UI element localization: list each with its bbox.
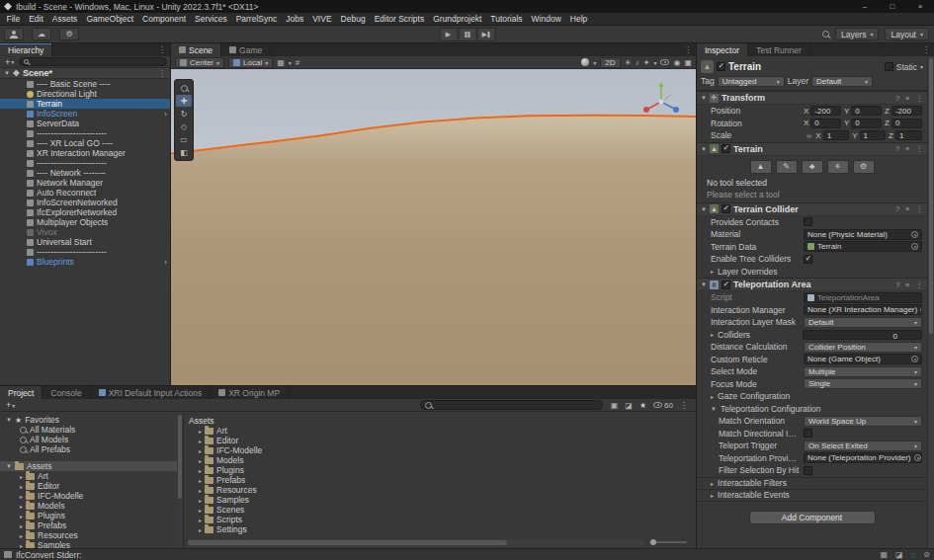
hierarchy-item[interactable]: ------------------------- ›	[0, 128, 170, 138]
transform-tool-button[interactable]: ◧	[176, 146, 192, 158]
presets-icon[interactable]: ≡	[905, 94, 909, 103]
hierarchy-item[interactable]: Universal Start ›	[0, 237, 170, 247]
teleportation-area-header[interactable]: ▼ # Teleportation Area ? ≡ ⋮	[697, 278, 927, 291]
menu-item[interactable]: Services	[191, 14, 232, 24]
services-button[interactable]: ⚙	[59, 28, 79, 40]
audio-toggle-button[interactable]: ♪	[636, 58, 639, 67]
scale-x-field[interactable]: 1	[823, 130, 850, 140]
menu-item[interactable]: Editor Scripts	[370, 14, 429, 24]
help-icon[interactable]: ?	[895, 94, 899, 103]
foldout-open-icon[interactable]: ▼	[4, 70, 10, 76]
tab-game[interactable]: Game	[221, 43, 271, 56]
rotation-z-field[interactable]: 0	[892, 119, 922, 128]
activity-indicator-icon[interactable]: ◌	[911, 550, 916, 559]
kebab-menu-icon[interactable]: ⋮	[916, 94, 924, 103]
rect-tool-button[interactable]: ▭	[176, 133, 192, 145]
object-picker-icon[interactable]	[911, 231, 918, 238]
axis-gizmo[interactable]	[638, 77, 684, 122]
favorites-item[interactable]: All Models	[0, 435, 183, 444]
foldout-open-icon[interactable]: ▼	[701, 281, 707, 287]
grid-visibility-button[interactable]: ▦	[277, 58, 285, 67]
notifications-icon[interactable]: ⊘	[923, 550, 930, 559]
prefab-open-icon[interactable]: ›	[164, 258, 167, 267]
active-checkbox[interactable]	[717, 62, 725, 71]
kebab-menu-icon[interactable]: ⋮	[916, 280, 924, 289]
object-picker-icon[interactable]	[911, 356, 918, 362]
transform-component-header[interactable]: ▼ ✛ Transform ? ≡ ⋮	[697, 91, 927, 105]
icon-size-slider[interactable]	[649, 541, 687, 543]
kebab-menu-icon[interactable]: ⋮	[916, 144, 924, 153]
terrain-surface[interactable]	[171, 69, 696, 385]
shading-mode-button[interactable]	[581, 58, 589, 66]
hierarchy-search-input[interactable]	[19, 57, 167, 66]
tree-folder-item[interactable]: ▸ Prefabs	[0, 520, 183, 530]
foldout-open-icon[interactable]: ▼	[701, 206, 707, 212]
rotation-x-field[interactable]: 0	[810, 119, 841, 128]
tab-console[interactable]: Console	[42, 386, 90, 399]
menu-item[interactable]: Component	[138, 14, 191, 24]
hierarchy-item[interactable]: InfoScreenNetworked ›	[0, 198, 170, 207]
scale-tool-button[interactable]: ◇	[176, 120, 192, 132]
hierarchy-item[interactable]: ---- Network -------- ›	[0, 168, 170, 178]
presets-icon[interactable]: ≡	[905, 280, 909, 289]
scene-viewport[interactable]: ✛ ↻ ◇ ▭ ◧	[171, 69, 696, 385]
link-scale-icon[interactable]: ∞	[807, 131, 811, 140]
create-neighbor-terrain-button[interactable]: ▲	[750, 160, 772, 174]
component-enabled-checkbox[interactable]	[722, 280, 730, 289]
interactable-events-foldout[interactable]: ▸Interactable Events	[697, 489, 927, 502]
favorites-item[interactable]: All Materials	[0, 425, 183, 435]
hierarchy-item[interactable]: Terrain ›	[0, 99, 170, 109]
rotation-y-field[interactable]: 0	[851, 119, 882, 128]
terrain-data-object-field[interactable]: Terrain	[804, 241, 922, 252]
match-directional-checkbox[interactable]	[804, 429, 812, 438]
layer-overrides-foldout[interactable]: ▸Layer Overrides	[697, 266, 927, 279]
tab-scene[interactable]: Scene	[171, 43, 221, 56]
interaction-layer-mask-dropdown[interactable]: Default▾	[804, 317, 922, 328]
layout-dropdown[interactable]: Layout▾	[885, 28, 929, 40]
hierarchy-item[interactable]: ------------------------- ›	[0, 158, 170, 168]
position-x-field[interactable]: -200	[810, 106, 841, 116]
pause-button[interactable]	[458, 28, 476, 41]
menu-item[interactable]: Edit	[25, 14, 48, 24]
hierarchy-item[interactable]: ---- XR Local GO ---- ›	[0, 138, 170, 148]
menu-item[interactable]: Jobs	[282, 14, 308, 24]
hierarchy-item[interactable]: ---- Basic Scene ---- ›	[0, 79, 170, 89]
prefab-open-icon[interactable]: ›	[164, 110, 167, 119]
scene-visibility-button[interactable]	[660, 59, 669, 65]
lighting-toggle-button[interactable]: ☀	[625, 58, 632, 67]
menu-item[interactable]: GameObject	[82, 14, 138, 24]
kebab-menu-icon[interactable]: ⋮	[916, 204, 924, 213]
terrain-collider-header[interactable]: ▼ ▲ Terrain Collider ? ≡ ⋮	[697, 202, 927, 216]
focus-mode-dropdown[interactable]: Single▾	[804, 378, 922, 389]
menu-item[interactable]: VIVE	[308, 14, 336, 24]
scale-y-field[interactable]: 1	[860, 130, 887, 140]
close-button[interactable]: ×	[906, 2, 934, 11]
view-tool-button[interactable]	[176, 82, 192, 94]
effects-dropdown-button[interactable]: ✦	[643, 58, 650, 67]
object-picker-icon[interactable]	[914, 454, 921, 461]
hierarchy-item[interactable]: InfoScreen ›	[0, 109, 170, 119]
search-icon[interactable]	[822, 31, 829, 38]
interaction-manager-field[interactable]: None (XR Interaction Manager)	[804, 304, 922, 315]
paint-terrain-button[interactable]: ✎	[776, 160, 798, 174]
asset-folder-item[interactable]: ▸ Settings	[185, 524, 696, 534]
asset-folder-item[interactable]: ▸ Prefabs	[185, 475, 696, 485]
tree-folder-item[interactable]: ▸ IFC-Modelle	[0, 491, 183, 501]
scene-menu-icon[interactable]: ⋮	[158, 69, 166, 78]
distance-calculation-dropdown[interactable]: Collider Position▾	[804, 342, 922, 353]
static-flags-dropdown-icon[interactable]: ▾	[920, 63, 923, 70]
asset-folder-item[interactable]: ▸ Plugins	[185, 465, 696, 475]
presets-icon[interactable]: ≡	[905, 144, 909, 153]
orientation-toggle-button[interactable]: Local▾	[228, 57, 273, 68]
create-asset-button[interactable]: +▾	[4, 400, 17, 410]
help-icon[interactable]: ?	[895, 144, 899, 153]
maximize-button[interactable]: □	[879, 2, 906, 11]
tab-xri-default-input-actions[interactable]: XRI Default Input Actions	[91, 386, 212, 399]
create-object-button[interactable]: +▾	[3, 57, 16, 67]
move-tool-button[interactable]: ✛	[176, 95, 192, 107]
tab-project[interactable]: Project	[0, 386, 42, 399]
menu-item[interactable]: File	[2, 14, 25, 24]
minimize-button[interactable]: –	[851, 2, 879, 11]
play-button[interactable]: ▶	[439, 28, 458, 41]
pivot-toggle-button[interactable]: Center▾	[175, 57, 224, 68]
